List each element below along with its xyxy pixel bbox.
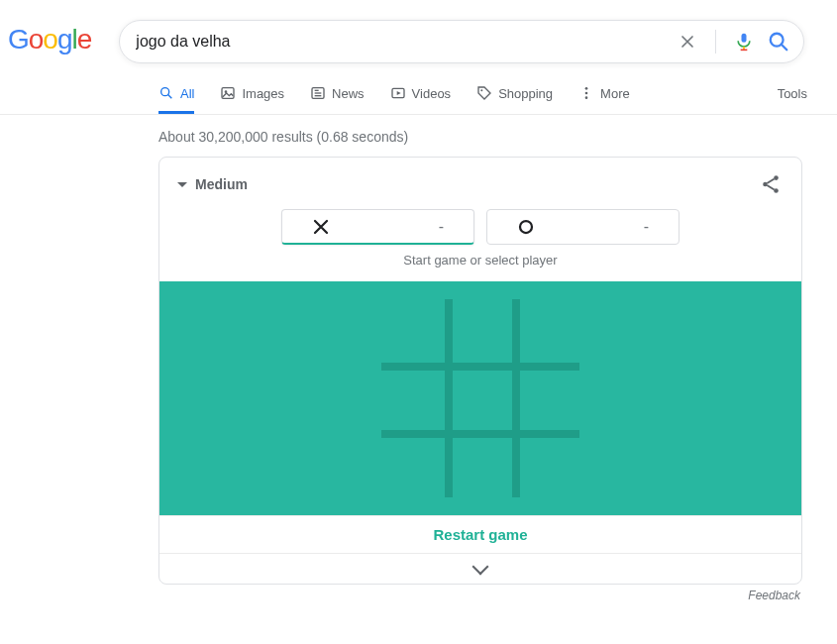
cell-0-0[interactable] [381, 299, 448, 366]
svg-line-21 [767, 179, 774, 184]
svg-line-4 [782, 45, 787, 51]
tab-shopping[interactable]: Shopping [476, 85, 553, 114]
tools-button[interactable]: Tools [778, 86, 807, 113]
result-stats: About 30,200,000 results (0.68 seconds) [0, 115, 837, 151]
game-board [381, 299, 579, 497]
tab-label: More [600, 86, 630, 101]
feedback-link[interactable]: Feedback [158, 585, 802, 602]
svg-point-14 [480, 89, 482, 91]
tab-label: All [180, 86, 194, 101]
search-small-icon [158, 85, 174, 101]
tab-videos[interactable]: Videos [390, 85, 452, 114]
svg-rect-0 [742, 34, 747, 43]
o-icon [517, 218, 535, 236]
tab-news[interactable]: News [310, 85, 365, 114]
tab-label: Videos [412, 86, 452, 101]
cell-1-0[interactable] [381, 366, 448, 432]
board-area [159, 281, 801, 515]
tab-label: Images [242, 86, 284, 101]
cell-0-1[interactable] [448, 299, 514, 366]
cell-0-2[interactable] [513, 299, 579, 366]
svg-line-22 [767, 185, 774, 190]
google-logo[interactable]: Google [8, 24, 91, 55]
share-icon[interactable] [760, 173, 782, 195]
score-o: - [644, 218, 649, 236]
difficulty-selector[interactable]: Medium [177, 176, 248, 192]
chevron-down-icon [472, 559, 489, 576]
game-status: Start game or select player [159, 247, 801, 281]
tab-label: Shopping [498, 86, 553, 101]
x-icon [312, 218, 330, 236]
tag-icon [476, 85, 492, 101]
cell-1-1[interactable] [448, 366, 514, 432]
caret-down-icon [177, 182, 187, 187]
svg-point-17 [585, 96, 588, 99]
news-icon [310, 85, 326, 101]
video-icon [390, 85, 406, 101]
tab-all[interactable]: All [158, 85, 194, 114]
search-box [119, 20, 804, 63]
score-x: - [439, 218, 444, 236]
clear-icon[interactable] [678, 32, 697, 52]
search-input[interactable] [134, 32, 678, 52]
svg-point-16 [585, 92, 588, 95]
cell-2-0[interactable] [381, 431, 448, 497]
tab-label: News [332, 86, 365, 101]
search-icon[interactable] [768, 31, 789, 53]
restart-button[interactable]: Restart game [433, 526, 527, 543]
player-o-selector[interactable]: - [486, 209, 680, 245]
cell-2-2[interactable] [513, 431, 579, 497]
player-x-selector[interactable]: - [281, 209, 474, 245]
more-icon [578, 85, 594, 101]
cell-2-1[interactable] [448, 431, 514, 497]
divider [715, 30, 716, 54]
svg-point-15 [585, 87, 588, 90]
tictactoe-card: Medium - - Start game or select pla [158, 157, 802, 585]
cell-1-2[interactable] [513, 366, 579, 432]
image-icon [220, 85, 236, 101]
difficulty-label: Medium [195, 176, 248, 192]
svg-point-23 [520, 221, 532, 233]
expand-toggle[interactable] [159, 553, 801, 584]
svg-line-6 [167, 94, 171, 98]
tab-images[interactable]: Images [220, 85, 284, 114]
mic-icon[interactable] [734, 31, 754, 53]
tab-more[interactable]: More [578, 85, 630, 114]
